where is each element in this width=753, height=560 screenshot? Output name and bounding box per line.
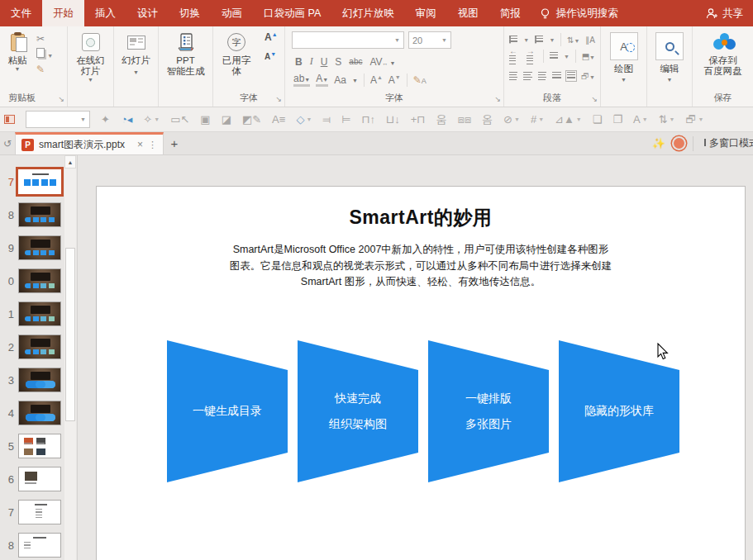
paste-button[interactable]: 粘贴 ▼ [0,26,35,89]
layout-tool-button[interactable]: 🗗▼ [686,113,704,126]
center-horizontal-button[interactable]: 움 [436,112,447,127]
slide-row-16[interactable]: 6 [0,463,64,496]
tab-briefing[interactable]: 简报 [489,0,531,26]
paragraph-dialog-launcher-icon[interactable]: ↘ [591,96,598,103]
save-to-baidu-button[interactable]: 保存到 百度网盘 [693,26,753,89]
slide-thumbnail[interactable] [18,202,61,227]
text-format-button[interactable]: A▼ [633,113,648,126]
shape-tool-button[interactable]: ◇▼ [296,113,312,126]
text-shadow-button[interactable]: S [335,56,341,68]
increase-indent-button[interactable]: → [527,46,538,66]
slide-page[interactable]: SmartArt的妙用 SmartArt是Microsoft Office 20… [96,186,746,560]
magic-wand-icon[interactable]: ✨ [652,137,665,149]
multi-window-mode-button[interactable]: 多窗口模式 [702,136,753,150]
slide-row-9[interactable]: 9 [0,231,64,264]
tab-insert[interactable]: 插入 [84,0,126,26]
tab-file[interactable]: 文件 [0,0,42,26]
decrease-font-button[interactable]: A▼ [265,51,278,61]
flip-button[interactable]: ⊿▲▼ [555,113,582,126]
font-name-combobox[interactable]: ▼ [292,31,404,49]
clipboard-dialog-launcher-icon[interactable]: ↘ [58,96,64,103]
slide-thumbnail[interactable] [18,500,61,524]
spacing-tool-button[interactable]: ⇅▼ [659,113,675,126]
slide-thumbnail[interactable] [18,401,61,425]
text-box-layout-button[interactable]: ⬒▼ [582,52,595,61]
tab-pocket-animation[interactable]: 口袋动画 PA [253,0,331,26]
columns-button[interactable] [550,52,558,60]
slide-row-14[interactable]: 4 [0,396,64,429]
slide-thumbnail[interactable] [18,368,61,392]
smartart-shape-1[interactable]: 一键生成目录 [167,340,288,482]
align-objects-left-button[interactable]: ⫤ [322,113,331,126]
timing-button[interactable]: ◔◂ [121,113,132,126]
italic-button[interactable]: I [310,55,313,68]
slide-thumbnail[interactable] [18,434,61,458]
sidebar-scrollbar[interactable]: ▲ [64,155,76,560]
tab-review[interactable]: 审阅 [405,0,447,26]
tab-transitions[interactable]: 切换 [169,0,211,26]
used-fonts-dialog-launcher-icon[interactable]: ↘ [275,96,282,103]
underline-button[interactable]: U [321,56,328,68]
increase-font-button[interactable]: A▲ [265,31,278,43]
animation-preset-combobox[interactable]: ▼ [26,111,90,128]
slide-thumbnail[interactable] [18,235,61,260]
numbering-button[interactable] [535,36,543,44]
smartart-shape-4[interactable]: 隐藏的形状库 [559,340,679,482]
bullets-button[interactable] [509,36,517,44]
smartart-convert-button[interactable]: 🗗▼ [581,72,595,81]
online-slides-button[interactable]: 在线幻 灯片 ▼ [68,26,113,89]
text-box-tool-button[interactable]: A≡ [272,113,285,126]
align-bottom-button[interactable]: ⊔↓ [386,113,400,126]
change-case-button[interactable]: Aa [334,74,346,86]
fill-copy-button[interactable]: ◪ [222,113,231,126]
align-left-button[interactable] [509,72,517,81]
slide-row-17[interactable]: 7 [0,496,64,529]
slide-thumbnail[interactable] [18,533,61,558]
new-tab-button[interactable]: + [164,132,185,154]
close-tab-icon[interactable]: × [137,139,143,150]
ppt-ai-generate-button[interactable]: PPT 智能生成 [159,26,212,89]
highlight-color-button[interactable]: ab▼ [293,74,310,87]
merge-shapes-button[interactable]: ⊘▼ [503,113,520,126]
font-size-combobox[interactable]: 20▼ [408,31,451,49]
panel-icon[interactable] [4,115,15,124]
smartart-shape-3[interactable]: 一键排版 多张图片 [428,340,549,482]
slide-row-15[interactable]: 5 [0,429,64,463]
slide-thumbnail[interactable] [18,467,61,491]
tell-me-search[interactable]: 操作说明搜索 [531,0,627,26]
send-backward-button[interactable]: ❐ [612,113,622,126]
format-painter-button[interactable]: ✎ [36,64,53,75]
decrease-indent-button[interactable]: ← [509,46,521,66]
slide-row-7[interactable]: 7 [0,165,64,198]
bring-forward-button[interactable]: ❏ [593,113,603,126]
line-spacing-button[interactable]: ⇅▼ [567,36,579,45]
draw-button[interactable]: A 绘图 ▼ [601,26,646,89]
copy-button[interactable]: ▼ [36,48,53,60]
font-dialog-launcher-icon[interactable]: ↘ [494,96,501,103]
slide-thumbnail[interactable] [18,268,61,293]
smartart-shape-2[interactable]: 快速完成 组织架构图 [298,340,418,482]
add-effect-button[interactable]: ✦ [101,113,110,126]
distribute-text-button[interactable] [567,72,575,80]
slide-thumbnail[interactable] [18,301,61,326]
org-chart-button[interactable]: 옴 [482,112,493,127]
scroll-up-icon[interactable]: ▲ [64,155,76,168]
grow-font-button[interactable]: A▲ [370,74,383,86]
slide-row-13[interactable]: 3 [0,363,64,396]
font-color-button[interactable]: A▼ [316,74,328,87]
tab-slideshow[interactable]: 幻灯片放映 [331,0,405,26]
align-top-button[interactable]: ⊓↑ [361,113,375,126]
slide-row-8[interactable]: 8 [0,198,64,231]
share-button[interactable]: 共享 [696,0,753,26]
shrink-font-button[interactable]: A▼ [388,74,401,86]
tab-home[interactable]: 开始 [42,0,84,26]
distribute-horizontal-button[interactable]: ⧈⧈ [458,113,472,126]
new-slide-button[interactable]: 幻灯片 ▼ [114,26,158,89]
align-right-button[interactable] [538,72,546,81]
crop-button[interactable]: #▼ [531,113,544,126]
used-fonts-button[interactable]: 字 已用字 体 [213,26,260,89]
slide-row-18[interactable]: 8 [0,529,64,560]
slide-row-10[interactable]: 0 [0,264,64,297]
tab-view[interactable]: 视图 [447,0,489,26]
bold-button[interactable]: B [295,56,303,68]
